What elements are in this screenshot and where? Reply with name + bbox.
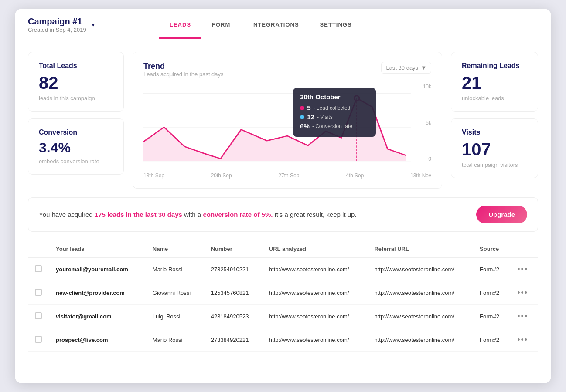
- row-checkbox-2[interactable]: [35, 312, 42, 319]
- remaining-leads-sublabel: unlockable leads: [462, 95, 527, 101]
- row-checkbox-1[interactable]: [35, 289, 42, 296]
- header: Campaign #1 Created in Sep 4, 2019 ▼ LEA…: [15, 9, 551, 41]
- row-dots-menu-2[interactable]: •••: [517, 312, 528, 321]
- tab-leads[interactable]: LEADS: [159, 12, 201, 39]
- app-container: Campaign #1 Created in Sep 4, 2019 ▼ LEA…: [15, 9, 551, 383]
- stats-row: Total Leads 82 leads in this campaign Co…: [28, 52, 538, 189]
- remaining-leads-label: Remaining Leads: [462, 62, 527, 70]
- row-source-2: Form#2: [473, 305, 510, 328]
- table-header-row: Your leads Name Number URL analyzed Refe…: [28, 240, 538, 258]
- y-label-5k: 5k: [414, 120, 431, 126]
- row-email-0: youremail@youremail.com: [49, 258, 146, 281]
- date-filter-label: Last 30 days: [386, 64, 418, 71]
- row-dots-menu-1[interactable]: •••: [517, 288, 528, 297]
- visits-label: Visits: [462, 128, 527, 136]
- campaign-text: Campaign #1 Created in Sep 4, 2019: [28, 17, 86, 33]
- row-checkbox-cell: [28, 305, 49, 328]
- chart-wrapper: 30th October 5 - Lead collected 12 - Vis…: [143, 84, 431, 179]
- campaign-dropdown-icon[interactable]: ▼: [91, 22, 96, 28]
- y-axis-labels: 10k 5k 0: [414, 84, 431, 171]
- date-filter-icon: ▼: [421, 64, 426, 71]
- row-name-0: Mario Rossi: [146, 258, 204, 281]
- tab-integrations[interactable]: INTEGRATIONS: [241, 12, 309, 39]
- campaign-title: Campaign #1: [28, 17, 86, 27]
- trend-title-group: Trend Leads acquired in the past days: [143, 62, 224, 82]
- tab-form[interactable]: FORM: [201, 12, 241, 39]
- th-checkbox: [28, 240, 49, 258]
- alert-text: You have acquired 175 leads in the last …: [39, 211, 357, 218]
- total-leads-value: 82: [39, 74, 113, 91]
- table-body: youremail@youremail.com Mario Rossi 2732…: [28, 258, 538, 352]
- th-url: URL analyzed: [262, 240, 368, 258]
- table-row: prospect@live.com Mario Rossi 2733849202…: [28, 328, 538, 352]
- y-label-10k: 10k: [414, 84, 431, 90]
- row-actions-3[interactable]: •••: [510, 328, 538, 352]
- conversion-card: Conversion 3.4% embeds conversion rate: [28, 118, 124, 175]
- row-dots-menu-0[interactable]: •••: [517, 265, 528, 274]
- row-email-3: prospect@live.com: [49, 328, 146, 352]
- table-row: youremail@youremail.com Mario Rossi 2732…: [28, 258, 538, 281]
- row-name-1: Giovanni Rossi: [146, 281, 204, 305]
- nav-tabs: LEADS FORM INTEGRATIONS SETTINGS: [159, 11, 538, 38]
- row-actions-2[interactable]: •••: [510, 305, 538, 328]
- main-content: Total Leads 82 leads in this campaign Co…: [15, 41, 551, 362]
- trend-subtitle: Leads acquired in the past days: [143, 71, 224, 78]
- row-url-1: http://www.seotesteronline.com/: [262, 281, 368, 305]
- x-label-4: 4th Sep: [346, 172, 364, 179]
- th-referral: Referral URL: [367, 240, 473, 258]
- conversion-value: 3.4%: [39, 141, 113, 155]
- row-source-0: Form#2: [473, 258, 510, 281]
- row-number-0: 273254910221: [204, 258, 262, 281]
- tab-settings[interactable]: SETTINGS: [310, 12, 362, 39]
- leads-table-container: Your leads Name Number URL analyzed Refe…: [28, 240, 538, 352]
- alert-bar: You have acquired 175 leads in the last …: [28, 197, 538, 232]
- conversion-sublabel: embeds conversion rate: [39, 158, 113, 165]
- alert-text-middle: with a: [182, 211, 203, 218]
- conversion-label: Conversion: [39, 128, 113, 136]
- row-checkbox-3[interactable]: [35, 336, 42, 343]
- right-stats: Remaining Leads 21 unlockable leads Visi…: [451, 52, 538, 189]
- x-label-3: 27th Sep: [278, 172, 299, 179]
- row-referral-0: http://www.seotesteronline.com/: [367, 258, 473, 281]
- total-leads-sublabel: leads in this campaign: [39, 95, 113, 101]
- row-actions-0[interactable]: •••: [510, 258, 538, 281]
- campaign-date: Created in Sep 4, 2019: [28, 27, 86, 33]
- row-source-1: Form#2: [473, 281, 510, 305]
- visits-value: 107: [462, 141, 527, 158]
- remaining-leads-value: 21: [462, 74, 527, 91]
- row-url-3: http://www.seotesteronline.com/: [262, 328, 368, 352]
- leads-table: Your leads Name Number URL analyzed Refe…: [28, 240, 538, 352]
- row-url-2: http://www.seotesteronline.com/: [262, 305, 368, 328]
- th-name: Name: [146, 240, 204, 258]
- remaining-leads-card: Remaining Leads 21 unlockable leads: [451, 52, 538, 112]
- x-label-1: 13th Sep: [143, 172, 164, 179]
- row-referral-3: http://www.seotesteronline.com/: [367, 328, 473, 352]
- th-actions: [510, 240, 538, 258]
- row-checkbox-cell: [28, 328, 49, 352]
- row-dots-menu-3[interactable]: •••: [517, 335, 528, 344]
- visits-card: Visits 107 total campaign visitors: [451, 118, 538, 178]
- row-actions-1[interactable]: •••: [510, 281, 538, 305]
- alert-text-before: You have acquired: [39, 211, 95, 218]
- table-head: Your leads Name Number URL analyzed Refe…: [28, 240, 538, 258]
- row-source-3: Form#2: [473, 328, 510, 352]
- row-checkbox-cell: [28, 281, 49, 305]
- x-label-2: 20th Sep: [211, 172, 232, 179]
- table-row: new-client@provider.com Giovanni Rossi 1…: [28, 281, 538, 305]
- alert-text-after: It's a great result, keep it up.: [273, 211, 356, 218]
- date-filter[interactable]: Last 30 days ▼: [381, 62, 431, 74]
- row-checkbox-0[interactable]: [35, 265, 42, 272]
- row-number-1: 125345760821: [204, 281, 262, 305]
- th-leads: Your leads: [49, 240, 146, 258]
- x-axis-labels: 13th Sep 20th Sep 27th Sep 4th Sep 13th …: [143, 172, 431, 179]
- total-leads-card: Total Leads 82 leads in this campaign: [28, 52, 124, 112]
- row-number-3: 273384920221: [204, 328, 262, 352]
- trend-title: Trend: [143, 62, 224, 71]
- th-source: Source: [473, 240, 510, 258]
- trend-header: Trend Leads acquired in the past days La…: [143, 62, 431, 82]
- row-name-3: Mario Rossi: [146, 328, 204, 352]
- row-url-0: http://www.seotesteronline.com/: [262, 258, 368, 281]
- row-number-2: 423184920523: [204, 305, 262, 328]
- table-row: visitator@gmail.com Luigi Rossi 42318492…: [28, 305, 538, 328]
- upgrade-button[interactable]: Upgrade: [476, 206, 527, 223]
